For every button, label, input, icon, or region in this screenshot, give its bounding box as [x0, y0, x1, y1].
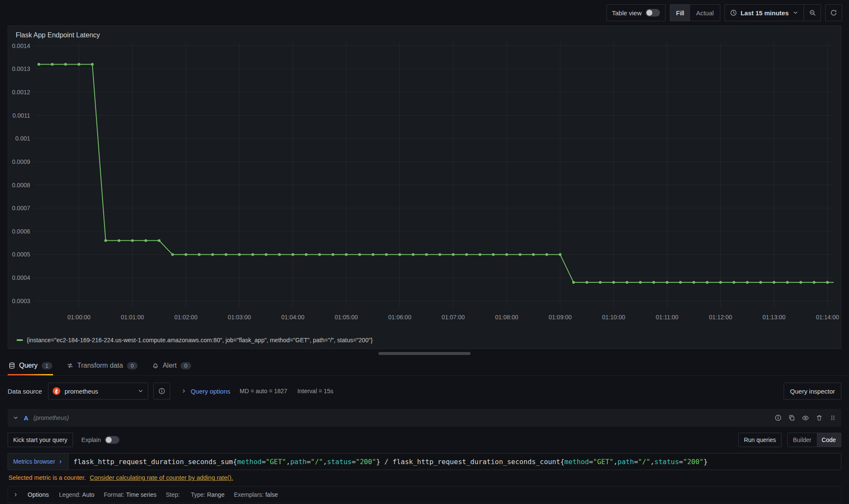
options-title: Options — [28, 491, 49, 498]
tab-alert-label: Alert — [163, 362, 177, 369]
latency-chart-svg[interactable]: 0.00030.00040.00050.00060.00070.00080.00… — [9, 40, 840, 327]
chart-legend[interactable]: {instance="ec2-184-169-216-224.us-west-1… — [8, 337, 841, 349]
option-step: Step: — [166, 491, 181, 498]
tab-query-count: 1 — [42, 362, 52, 369]
query-code[interactable]: flask_http_request_duration_seconds_sum{… — [68, 453, 841, 470]
datasource-picker[interactable]: prometheus — [48, 383, 148, 400]
time-range-label: Last 15 minutes — [741, 9, 789, 17]
panel-title: Flask App Endpoint Latency — [8, 26, 841, 40]
table-view-control: Table view — [606, 4, 666, 21]
svg-text:01:10:00: 01:10:00 — [602, 314, 626, 321]
chevron-down-icon — [138, 388, 144, 394]
info-circle-icon — [158, 388, 165, 394]
svg-text:0.001: 0.001 — [15, 135, 30, 142]
kick-start-query-button[interactable]: Kick start your query — [8, 433, 73, 447]
tab-transform-data[interactable]: Transform data 0 — [66, 359, 138, 375]
counter-warning-text: Selected metric is a counter. — [8, 474, 86, 481]
builder-mode-button[interactable]: Builder — [788, 433, 817, 447]
prometheus-icon — [53, 387, 60, 395]
max-data-points-text: MD = auto = 1827 — [240, 388, 287, 394]
query-row-header[interactable]: A (prometheus) — [8, 409, 841, 427]
fill-actual-group: Fill Actual — [670, 4, 720, 21]
metrics-browser-label: Metrics browser — [13, 458, 55, 465]
option-legend: Legend:Auto — [59, 491, 94, 498]
svg-text:01:03:00: 01:03:00 — [228, 314, 251, 321]
fill-option-button[interactable]: Fill — [670, 5, 690, 21]
time-range-picker-button[interactable]: Last 15 minutes — [725, 4, 804, 21]
tab-query-label: Query — [19, 362, 38, 369]
svg-text:01:13:00: 01:13:00 — [762, 314, 786, 321]
datasource-label: Data source — [8, 388, 42, 395]
run-queries-button[interactable]: Run queries — [738, 433, 781, 447]
query-info-icon[interactable] — [775, 414, 781, 421]
actual-option-button[interactable]: Actual — [690, 5, 720, 21]
table-view-label: Table view — [612, 9, 642, 17]
svg-text:0.0004: 0.0004 — [12, 274, 30, 281]
panel-editor-topbar: Table view Fill Actual Last 15 minutes — [0, 0, 849, 25]
chevron-right-icon — [58, 459, 63, 464]
query-options-label: Query options — [191, 388, 230, 395]
database-icon — [8, 362, 15, 369]
svg-text:01:01:00: 01:01:00 — [121, 314, 144, 321]
datasource-help-button[interactable] — [153, 383, 170, 400]
svg-text:0.0007: 0.0007 — [12, 205, 30, 211]
chevron-down-icon — [793, 10, 798, 16]
metrics-browser-button[interactable]: Metrics browser — [8, 453, 68, 470]
delete-query-trash-icon[interactable] — [816, 414, 823, 421]
add-rate-hint-link[interactable]: Consider calculating rate of counter by … — [90, 474, 233, 481]
svg-text:0.0005: 0.0005 — [12, 251, 30, 258]
query-editor-section: A (prometheus) Kick start your query Exp… — [8, 409, 841, 503]
transform-icon — [67, 362, 73, 369]
svg-text:0.0014: 0.0014 — [12, 42, 30, 49]
tab-alert[interactable]: Alert 0 — [151, 359, 192, 375]
query-row-actions — [775, 414, 836, 422]
time-controls: Last 15 minutes — [725, 4, 821, 21]
explain-label: Explain — [82, 436, 101, 443]
query-ref-id: A — [24, 414, 28, 422]
svg-text:01:05:00: 01:05:00 — [335, 314, 358, 321]
promql-editor-row: Metrics browser flask_http_request_durat… — [8, 453, 841, 470]
svg-text:01:07:00: 01:07:00 — [442, 314, 465, 321]
hide-query-eye-icon[interactable] — [802, 414, 809, 422]
tab-query[interactable]: Query 1 — [8, 359, 53, 375]
refresh-button[interactable] — [825, 4, 842, 21]
svg-text:01:12:00: 01:12:00 — [709, 314, 732, 321]
interval-text: Interval = 15s — [297, 388, 333, 394]
query-options-toggle[interactable]: Query options — [181, 388, 230, 395]
datasource-row: Data source prometheus Query options MD … — [8, 382, 841, 400]
legend-series-label: {instance="ec2-184-169-216-224.us-west-1… — [27, 337, 372, 344]
explain-control: Explain — [82, 436, 119, 444]
drag-handle-icon[interactable] — [829, 414, 836, 421]
query-options-summary[interactable]: Options Legend:Auto Format:Time series S… — [8, 486, 841, 503]
svg-text:01:04:00: 01:04:00 — [281, 314, 305, 321]
panel-resize-handle[interactable] — [378, 352, 471, 355]
bell-icon — [152, 362, 159, 369]
tab-transform-label: Transform data — [77, 362, 123, 369]
code-mode-button[interactable]: Code — [817, 433, 841, 447]
chevron-right-icon — [13, 492, 18, 497]
chart-area: 0.00030.00040.00050.00060.00070.00080.00… — [8, 40, 841, 337]
explain-toggle[interactable] — [105, 436, 119, 444]
latency-panel: Flask App Endpoint Latency 0.00030.00040… — [8, 25, 841, 349]
option-exemplars: Exemplars:false — [234, 491, 278, 498]
duplicate-query-icon[interactable] — [788, 414, 795, 421]
zoom-out-button[interactable] — [804, 4, 821, 21]
table-view-toggle[interactable] — [646, 9, 660, 17]
tab-transform-count: 0 — [127, 362, 138, 369]
svg-text:01:00:00: 01:00:00 — [68, 314, 91, 321]
clock-icon — [730, 9, 737, 16]
query-inspector-button[interactable]: Query inspector — [784, 383, 841, 400]
legend-series-swatch — [17, 339, 23, 341]
collapse-chevron-icon[interactable] — [13, 415, 19, 421]
counter-warning-row: Selected metric is a counter. Consider c… — [8, 474, 841, 481]
svg-text:0.0009: 0.0009 — [12, 158, 30, 165]
svg-text:01:06:00: 01:06:00 — [388, 314, 412, 321]
svg-text:0.0008: 0.0008 — [12, 182, 30, 189]
svg-text:0.0012: 0.0012 — [12, 89, 30, 96]
option-format: Format:Time series — [104, 491, 156, 498]
query-datasource-hint: (prometheus) — [34, 414, 69, 421]
svg-text:0.0003: 0.0003 — [12, 298, 30, 304]
query-toolbar: Kick start your query Explain Run querie… — [8, 433, 841, 447]
editor-tabs: Query 1 Transform data 0 Alert 0 — [0, 355, 849, 376]
svg-text:0.0013: 0.0013 — [12, 65, 30, 72]
